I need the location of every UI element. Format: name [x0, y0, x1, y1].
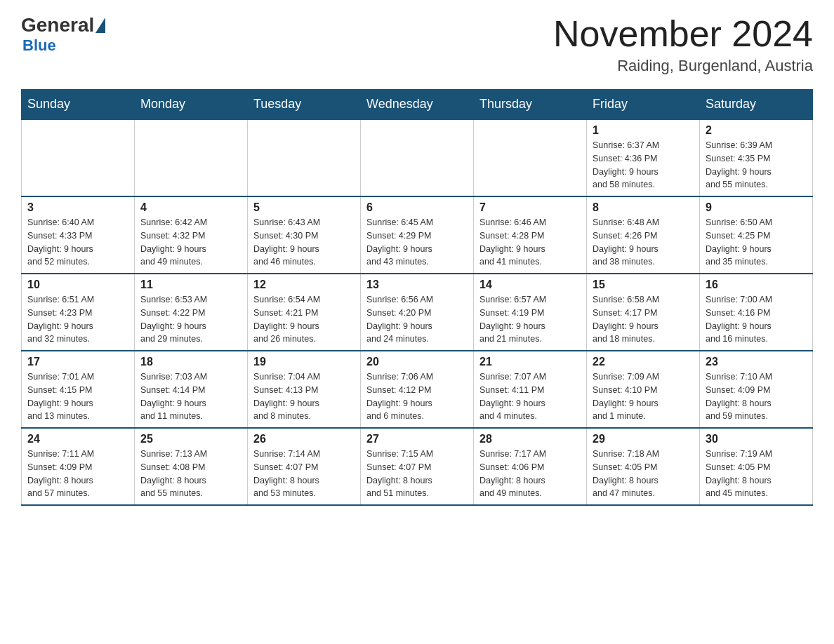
calendar-cell [22, 119, 135, 196]
day-info: Sunrise: 7:03 AM Sunset: 4:14 PM Dayligh… [140, 370, 241, 423]
day-number: 2 [706, 124, 807, 137]
day-info: Sunrise: 7:09 AM Sunset: 4:10 PM Dayligh… [593, 370, 694, 423]
day-info: Sunrise: 6:39 AM Sunset: 4:35 PM Dayligh… [706, 139, 807, 192]
day-info: Sunrise: 6:45 AM Sunset: 4:29 PM Dayligh… [366, 216, 468, 269]
day-info: Sunrise: 7:14 AM Sunset: 4:07 PM Dayligh… [253, 448, 355, 500]
calendar-cell: 18Sunrise: 7:03 AM Sunset: 4:14 PM Dayli… [135, 351, 248, 428]
calendar-cell: 25Sunrise: 7:13 AM Sunset: 4:08 PM Dayli… [135, 428, 248, 505]
calendar-table: SundayMondayTuesdayWednesdayThursdayFrid… [21, 89, 813, 506]
day-info: Sunrise: 7:04 AM Sunset: 4:13 PM Dayligh… [253, 370, 355, 423]
day-number: 22 [593, 356, 694, 368]
day-info: Sunrise: 7:07 AM Sunset: 4:11 PM Dayligh… [479, 370, 581, 423]
day-info: Sunrise: 7:10 AM Sunset: 4:09 PM Dayligh… [706, 370, 807, 423]
calendar-cell: 12Sunrise: 6:54 AM Sunset: 4:21 PM Dayli… [248, 274, 361, 351]
day-info: Sunrise: 7:01 AM Sunset: 4:15 PM Dayligh… [27, 370, 128, 423]
day-number: 21 [479, 356, 581, 368]
calendar-cell: 21Sunrise: 7:07 AM Sunset: 4:11 PM Dayli… [474, 351, 587, 428]
calendar-cell: 15Sunrise: 6:58 AM Sunset: 4:17 PM Dayli… [587, 274, 700, 351]
day-number: 4 [140, 201, 241, 214]
day-info: Sunrise: 6:50 AM Sunset: 4:25 PM Dayligh… [706, 216, 807, 269]
day-number: 23 [706, 356, 807, 368]
day-number: 30 [706, 433, 807, 445]
location-text: Raiding, Burgenland, Austria [553, 57, 813, 75]
calendar-cell [248, 119, 361, 196]
weekday-header-monday: Monday [135, 90, 248, 120]
calendar-cell: 29Sunrise: 7:18 AM Sunset: 4:05 PM Dayli… [587, 428, 700, 505]
calendar-cell: 24Sunrise: 7:11 AM Sunset: 4:09 PM Dayli… [22, 428, 135, 505]
calendar-cell: 11Sunrise: 6:53 AM Sunset: 4:22 PM Dayli… [135, 274, 248, 351]
calendar-cell: 14Sunrise: 6:57 AM Sunset: 4:19 PM Dayli… [474, 274, 587, 351]
weekday-header-saturday: Saturday [700, 90, 813, 120]
day-number: 8 [593, 201, 694, 214]
calendar-cell: 10Sunrise: 6:51 AM Sunset: 4:23 PM Dayli… [22, 274, 135, 351]
day-info: Sunrise: 6:56 AM Sunset: 4:20 PM Dayligh… [366, 293, 468, 346]
logo: General Blue [21, 14, 107, 55]
day-info: Sunrise: 7:19 AM Sunset: 4:05 PM Dayligh… [706, 448, 807, 500]
day-number: 13 [366, 279, 468, 291]
calendar-cell: 23Sunrise: 7:10 AM Sunset: 4:09 PM Dayli… [700, 351, 813, 428]
calendar-cell: 19Sunrise: 7:04 AM Sunset: 4:13 PM Dayli… [248, 351, 361, 428]
day-number: 16 [706, 279, 807, 291]
day-info: Sunrise: 7:13 AM Sunset: 4:08 PM Dayligh… [140, 448, 241, 500]
weekday-header-row: SundayMondayTuesdayWednesdayThursdayFrid… [22, 90, 813, 120]
day-info: Sunrise: 6:48 AM Sunset: 4:26 PM Dayligh… [593, 216, 694, 269]
calendar-cell: 16Sunrise: 7:00 AM Sunset: 4:16 PM Dayli… [700, 274, 813, 351]
day-number: 14 [479, 279, 581, 291]
day-number: 17 [27, 356, 128, 368]
day-number: 11 [140, 279, 241, 291]
day-number: 15 [593, 279, 694, 291]
calendar-week-row: 24Sunrise: 7:11 AM Sunset: 4:09 PM Dayli… [22, 428, 813, 505]
calendar-cell [361, 119, 474, 196]
month-title: November 2024 [553, 14, 813, 54]
calendar-cell: 17Sunrise: 7:01 AM Sunset: 4:15 PM Dayli… [22, 351, 135, 428]
day-number: 10 [27, 279, 128, 291]
calendar-cell: 7Sunrise: 6:46 AM Sunset: 4:28 PM Daylig… [474, 196, 587, 274]
day-info: Sunrise: 7:06 AM Sunset: 4:12 PM Dayligh… [366, 370, 468, 423]
day-number: 6 [366, 201, 468, 214]
day-number: 29 [593, 433, 694, 445]
day-info: Sunrise: 6:43 AM Sunset: 4:30 PM Dayligh… [253, 216, 355, 269]
day-info: Sunrise: 7:18 AM Sunset: 4:05 PM Dayligh… [593, 448, 694, 500]
weekday-header-wednesday: Wednesday [361, 90, 474, 120]
calendar-cell: 5Sunrise: 6:43 AM Sunset: 4:30 PM Daylig… [248, 196, 361, 274]
title-block: November 2024 Raiding, Burgenland, Austr… [553, 14, 813, 75]
calendar-cell: 4Sunrise: 6:42 AM Sunset: 4:32 PM Daylig… [135, 196, 248, 274]
day-info: Sunrise: 6:53 AM Sunset: 4:22 PM Dayligh… [140, 293, 241, 346]
calendar-cell: 13Sunrise: 6:56 AM Sunset: 4:20 PM Dayli… [361, 274, 474, 351]
calendar-cell: 28Sunrise: 7:17 AM Sunset: 4:06 PM Dayli… [474, 428, 587, 505]
day-number: 12 [253, 279, 355, 291]
calendar-cell [474, 119, 587, 196]
calendar-cell: 2Sunrise: 6:39 AM Sunset: 4:35 PM Daylig… [700, 119, 813, 196]
calendar-cell: 30Sunrise: 7:19 AM Sunset: 4:05 PM Dayli… [700, 428, 813, 505]
day-info: Sunrise: 7:00 AM Sunset: 4:16 PM Dayligh… [706, 293, 807, 346]
day-number: 3 [27, 201, 128, 214]
weekday-header-thursday: Thursday [474, 90, 587, 120]
day-number: 18 [140, 356, 241, 368]
calendar-cell [135, 119, 248, 196]
day-info: Sunrise: 7:15 AM Sunset: 4:07 PM Dayligh… [366, 448, 468, 500]
day-number: 24 [27, 433, 128, 445]
day-number: 27 [366, 433, 468, 445]
calendar-cell: 1Sunrise: 6:37 AM Sunset: 4:36 PM Daylig… [587, 119, 700, 196]
logo-blue-text: Blue [21, 36, 56, 54]
weekday-header-friday: Friday [587, 90, 700, 120]
day-number: 28 [479, 433, 581, 445]
page-header: General Blue November 2024 Raiding, Burg… [21, 14, 813, 75]
calendar-cell: 6Sunrise: 6:45 AM Sunset: 4:29 PM Daylig… [361, 196, 474, 274]
day-info: Sunrise: 6:57 AM Sunset: 4:19 PM Dayligh… [479, 293, 581, 346]
calendar-cell: 27Sunrise: 7:15 AM Sunset: 4:07 PM Dayli… [361, 428, 474, 505]
day-number: 26 [253, 433, 355, 445]
day-number: 20 [366, 356, 468, 368]
day-info: Sunrise: 6:54 AM Sunset: 4:21 PM Dayligh… [253, 293, 355, 346]
calendar-week-row: 17Sunrise: 7:01 AM Sunset: 4:15 PM Dayli… [22, 351, 813, 428]
day-info: Sunrise: 6:37 AM Sunset: 4:36 PM Dayligh… [593, 139, 694, 192]
calendar-cell: 20Sunrise: 7:06 AM Sunset: 4:12 PM Dayli… [361, 351, 474, 428]
calendar-week-row: 10Sunrise: 6:51 AM Sunset: 4:23 PM Dayli… [22, 274, 813, 351]
weekday-header-sunday: Sunday [22, 90, 135, 120]
calendar-week-row: 1Sunrise: 6:37 AM Sunset: 4:36 PM Daylig… [22, 119, 813, 196]
day-info: Sunrise: 6:58 AM Sunset: 4:17 PM Dayligh… [593, 293, 694, 346]
calendar-cell: 22Sunrise: 7:09 AM Sunset: 4:10 PM Dayli… [587, 351, 700, 428]
day-number: 5 [253, 201, 355, 214]
day-info: Sunrise: 7:17 AM Sunset: 4:06 PM Dayligh… [479, 448, 581, 500]
day-number: 9 [706, 201, 807, 214]
